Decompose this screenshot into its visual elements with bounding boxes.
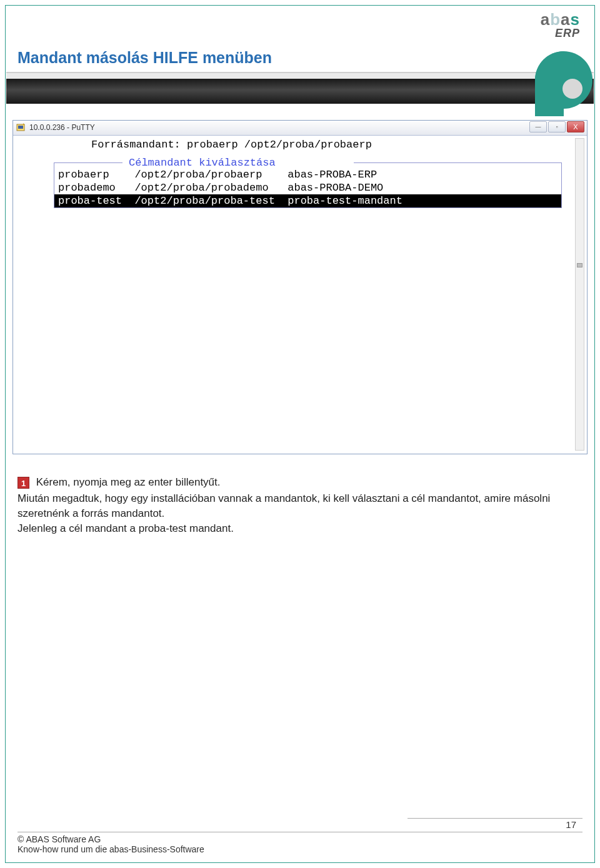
corner-logo-icon [520,42,594,116]
minimize-button[interactable]: — [529,121,547,132]
putty-titlebar[interactable]: 10.0.0.236 - PuTTY — ▫ X [13,121,587,136]
fieldset-legend: Célmandant kiválasztása [129,156,276,169]
footer-copyright: © ABAS Software AG [18,834,582,844]
putty-icon [16,122,26,132]
svg-point-1 [562,79,582,99]
scrollbar[interactable] [575,138,584,451]
close-button[interactable]: X [567,121,584,132]
terminal-area[interactable]: Forrásmandant: probaerp /opt2/proba/prob… [16,138,574,451]
mandant-row[interactable]: probaerp /opt2/proba/probaerp abas-PROBA… [54,168,561,181]
mandant-list[interactable]: probaerp /opt2/proba/probaerp abas-PROBA… [54,168,562,208]
putty-title-text: 10.0.0.236 - PuTTY [29,123,95,132]
mandant-row[interactable]: probademo /opt2/proba/probademo abas-PRO… [54,181,561,194]
maximize-button[interactable]: ▫ [548,121,566,132]
scrollbar-thumb[interactable] [577,263,582,267]
page-number: 17 [566,819,576,830]
header-black-band [6,79,594,104]
step-marker-icon: 1 [18,477,29,489]
footer-tagline: Know-how rund um die abas-Business-Softw… [18,844,582,854]
instruction-line1: Kérem, nyomja meg az enter billentyűt. [33,476,221,488]
window-controls: — ▫ X [529,121,584,132]
page-footer: 17 © ABAS Software AG Know-how rund um d… [18,832,582,854]
slide-title: Mandant másolás HILFE menüben [18,49,272,67]
source-mandant-line: Forrásmandant: probaerp /opt2/proba/prob… [91,138,574,151]
putty-window: 10.0.0.236 - PuTTY — ▫ X Forrásmandant: … [12,120,588,454]
instruction-paragraph: Miután megadtuk, hogy egy installációban… [18,491,582,536]
target-mandant-fieldset: Célmandant kiválasztása probaerp /opt2/p… [16,155,574,208]
mandant-row[interactable]: proba-test /opt2/proba/proba-test proba-… [54,194,561,207]
brand-logo: abas ERP [541,10,580,40]
svg-rect-3 [18,126,23,129]
body-text: 1 Kérem, nyomja meg az enter billentyűt.… [18,475,582,536]
